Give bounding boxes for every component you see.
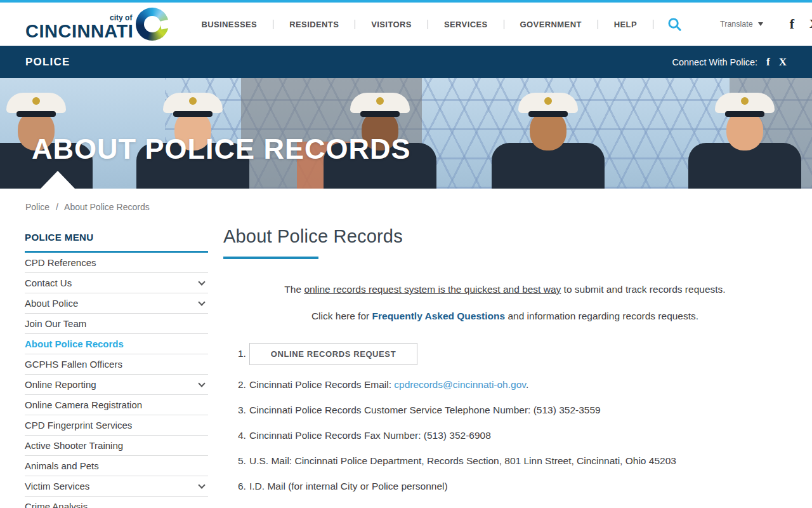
police-menu-sidebar: POLICE MENU CPD ReferencesContact UsAbou… [25, 232, 208, 508]
sidebar-item-victim-services[interactable]: Victim Services [25, 476, 208, 497]
sidebar-item-about-police[interactable]: About Police [25, 293, 208, 314]
city-logo-text: city of CINCINNATI [25, 14, 133, 41]
intro-2-prefix: Click here for [311, 311, 372, 321]
dept-social-links: fX [757, 56, 787, 69]
sidebar-item-label: About Police [25, 298, 78, 309]
intro-1-suffix: to submit and track records requests. [561, 284, 725, 295]
online-records-request-button[interactable]: ONLINE RECORDS REQUEST [249, 343, 417, 365]
sidebar-heading: POLICE MENU [25, 232, 208, 253]
facebook-icon[interactable]: f [790, 16, 794, 32]
list-item: 2.Cincinnati Police Records Email: cpdre… [238, 379, 787, 391]
records-contact-list: 1.ONLINE RECORDS REQUEST2.Cincinnati Pol… [223, 343, 787, 492]
sidebar-item-online-camera-registration[interactable]: Online Camera Registration [25, 395, 208, 415]
translate-dropdown[interactable]: Translate [720, 20, 763, 29]
nav-item-services[interactable]: SERVICES [428, 20, 504, 29]
primary-nav: BUSINESSESRESIDENTSVISITORSSERVICESGOVER… [185, 20, 653, 29]
nav-item-residents[interactable]: RESIDENTS [273, 20, 355, 29]
connect-with-police: Connect With Police: fX [672, 56, 787, 69]
facebook-icon[interactable]: f [766, 56, 770, 69]
sidebar-item-cpd-fingerprint-services[interactable]: CPD Fingerprint Services [25, 415, 208, 436]
chevron-down-icon [198, 278, 205, 285]
sidebar-item-label: Online Reporting [25, 379, 96, 390]
header-social-links: fXin [775, 16, 812, 32]
intro-paragraph-1: The online records request system is the… [223, 283, 787, 297]
sidebar-item-label: Active Shooter Training [25, 440, 123, 451]
sidebar-item-join-our-team[interactable]: Join Our Team [25, 314, 208, 334]
list-item-number: 5. [238, 455, 249, 467]
sidebar-item-active-shooter-training[interactable]: Active Shooter Training [25, 436, 208, 456]
sidebar-item-label: Join Our Team [25, 318, 86, 329]
list-item-text: Cincinnati Police Records Email: cpdreco… [249, 379, 528, 391]
online-records-request-link[interactable]: online records request system is the qui… [304, 284, 561, 295]
list-item: 6.I.D. Mail (for internal City or Police… [238, 481, 787, 492]
page-title: About Police Records [223, 226, 787, 247]
sidebar-item-label: About Police Records [25, 338, 124, 349]
chevron-down-icon [198, 380, 205, 387]
chevron-down-icon [198, 481, 205, 488]
list-item: 5.U.S. Mail: Cincinnati Police Departmen… [238, 455, 787, 467]
list-item-text: Cincinnati Police Records Customer Servi… [249, 404, 601, 416]
breadcrumb-current: About Police Records [64, 202, 150, 212]
connect-label: Connect With Police: [672, 57, 757, 67]
chevron-down-icon [198, 298, 205, 305]
logo-city-name: CINCINNATI [25, 22, 133, 41]
content-area: POLICE MENU CPD ReferencesContact UsAbou… [0, 212, 812, 508]
sidebar-item-online-reporting[interactable]: Online Reporting [25, 375, 208, 395]
email-link[interactable]: cpdrecords@cincinnati-oh.gov [394, 379, 526, 390]
sidebar-item-cpd-references[interactable]: CPD References [25, 253, 208, 273]
faq-link[interactable]: Frequently Asked Questions [372, 311, 506, 321]
site-header: city of CINCINNATI BUSINESSESRESIDENTSVI… [0, 3, 812, 46]
list-item-suffix: . [526, 379, 528, 390]
sidebar-item-label: Online Camera Registration [25, 399, 142, 410]
sidebar-item-label: Victim Services [25, 481, 89, 491]
city-logo[interactable]: city of CINCINNATI [25, 8, 169, 41]
search-icon [667, 17, 682, 32]
sidebar-item-crime-analysis[interactable]: Crime Analysis [25, 497, 208, 508]
list-item: 1.ONLINE RECORDS REQUEST [238, 343, 787, 365]
list-item: 3.Cincinnati Police Records Customer Ser… [238, 404, 787, 416]
list-item-number: 1. [238, 348, 249, 359]
nav-item-help[interactable]: HELP [598, 20, 653, 29]
sidebar-item-label: GCPHS Fallen Officers [25, 359, 122, 370]
sidebar-item-animals-and-pets[interactable]: Animals and Pets [25, 456, 208, 476]
chevron-down-icon [758, 22, 763, 26]
department-bar: POLICE Connect With Police: fX [0, 46, 812, 78]
breadcrumb: Police / About Police Records [0, 189, 812, 212]
list-item-text: Cincinnati Police Records Fax Number: (5… [249, 430, 491, 441]
sidebar-item-label: CPD References [25, 257, 96, 268]
title-underline [223, 257, 318, 259]
hero-title: ABOUT POLICE RECORDS [32, 133, 411, 166]
translate-label: Translate [720, 20, 753, 29]
hero-banner: ABOUT POLICE RECORDS [0, 78, 812, 189]
intro-1-prefix: The [284, 284, 304, 295]
hero-police-officer [688, 93, 801, 189]
x-twitter-icon[interactable]: X [779, 56, 787, 69]
nav-item-government[interactable]: GOVERNMENT [504, 20, 598, 29]
department-title[interactable]: POLICE [25, 56, 70, 69]
sidebar-item-gcphs-fallen-officers[interactable]: GCPHS Fallen Officers [25, 354, 208, 375]
sidebar-item-label: CPD Fingerprint Services [25, 420, 132, 431]
list-item-prefix: Cincinnati Police Records Email: [249, 379, 394, 390]
sidebar-item-label: Animals and Pets [25, 460, 99, 471]
nav-item-businesses[interactable]: BUSINESSES [185, 20, 273, 29]
sidebar-menu: CPD ReferencesContact UsAbout PoliceJoin… [25, 253, 208, 508]
list-item-number: 6. [238, 481, 249, 492]
sidebar-item-label: Crime Analysis [25, 501, 88, 508]
list-item-number: 4. [238, 430, 249, 441]
breadcrumb-police[interactable]: Police [25, 202, 49, 212]
list-item-text: U.S. Mail: Cincinnati Police Department,… [249, 455, 676, 467]
list-item: 4.Cincinnati Police Records Fax Number: … [238, 430, 787, 441]
sidebar-item-contact-us[interactable]: Contact Us [25, 273, 208, 293]
nav-item-visitors[interactable]: VISITORS [355, 20, 428, 29]
main-content: About Police Records The online records … [223, 226, 787, 506]
intro-paragraph-2: Click here for Frequently Asked Question… [223, 309, 787, 323]
intro-2-suffix: and information regarding records reques… [505, 311, 698, 321]
sidebar-item-about-police-records[interactable]: About Police Records [25, 334, 208, 354]
breadcrumb-separator: / [56, 202, 58, 212]
cincinnati-c-logo-icon [136, 8, 169, 41]
sidebar-item-label: Contact Us [25, 277, 72, 288]
list-item-number: 3. [238, 404, 249, 416]
search-button[interactable] [667, 17, 682, 32]
list-item-text: I.D. Mail (for internal City or Police p… [249, 481, 448, 492]
x-twitter-icon[interactable]: X [809, 17, 812, 31]
